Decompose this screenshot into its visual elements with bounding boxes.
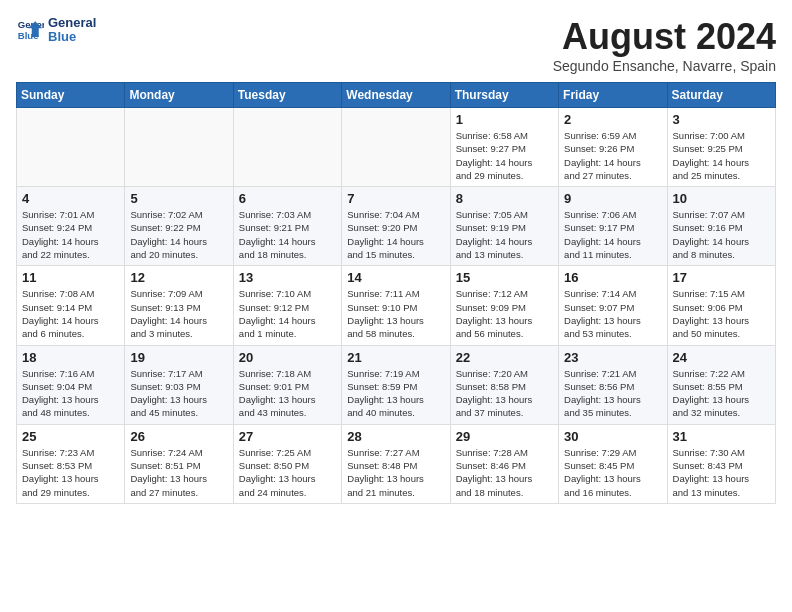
day-info: Sunrise: 6:59 AM Sunset: 9:26 PM Dayligh… xyxy=(564,129,661,182)
page-header: General Blue General Blue August 2024 Se… xyxy=(16,16,776,74)
day-number: 10 xyxy=(673,191,770,206)
day-number: 5 xyxy=(130,191,227,206)
day-number: 11 xyxy=(22,270,119,285)
calendar-cell-25-4-0: 25Sunrise: 7:23 AM Sunset: 8:53 PM Dayli… xyxy=(17,424,125,503)
day-number: 9 xyxy=(564,191,661,206)
calendar-cell-30-4-5: 30Sunrise: 7:29 AM Sunset: 8:45 PM Dayli… xyxy=(559,424,667,503)
svg-text:General: General xyxy=(18,20,44,31)
calendar-cell-empty-0-2 xyxy=(233,108,341,187)
day-number: 26 xyxy=(130,429,227,444)
calendar-cell-12-2-1: 12Sunrise: 7:09 AM Sunset: 9:13 PM Dayli… xyxy=(125,266,233,345)
day-info: Sunrise: 7:22 AM Sunset: 8:55 PM Dayligh… xyxy=(673,367,770,420)
day-info: Sunrise: 7:27 AM Sunset: 8:48 PM Dayligh… xyxy=(347,446,444,499)
calendar-cell-27-4-2: 27Sunrise: 7:25 AM Sunset: 8:50 PM Dayli… xyxy=(233,424,341,503)
calendar-cell-28-4-3: 28Sunrise: 7:27 AM Sunset: 8:48 PM Dayli… xyxy=(342,424,450,503)
weekday-header-tuesday: Tuesday xyxy=(233,83,341,108)
calendar-cell-18-3-0: 18Sunrise: 7:16 AM Sunset: 9:04 PM Dayli… xyxy=(17,345,125,424)
day-info: Sunrise: 7:11 AM Sunset: 9:10 PM Dayligh… xyxy=(347,287,444,340)
calendar-cell-11-2-0: 11Sunrise: 7:08 AM Sunset: 9:14 PM Dayli… xyxy=(17,266,125,345)
day-number: 30 xyxy=(564,429,661,444)
day-number: 16 xyxy=(564,270,661,285)
day-info: Sunrise: 7:16 AM Sunset: 9:04 PM Dayligh… xyxy=(22,367,119,420)
day-info: Sunrise: 7:23 AM Sunset: 8:53 PM Dayligh… xyxy=(22,446,119,499)
month-year-title: August 2024 xyxy=(553,16,776,58)
day-number: 1 xyxy=(456,112,553,127)
title-block: August 2024 Segundo Ensanche, Navarre, S… xyxy=(553,16,776,74)
day-number: 23 xyxy=(564,350,661,365)
calendar-cell-9-1-5: 9Sunrise: 7:06 AM Sunset: 9:17 PM Daylig… xyxy=(559,187,667,266)
weekday-header-wednesday: Wednesday xyxy=(342,83,450,108)
day-info: Sunrise: 7:17 AM Sunset: 9:03 PM Dayligh… xyxy=(130,367,227,420)
location-subtitle: Segundo Ensanche, Navarre, Spain xyxy=(553,58,776,74)
day-info: Sunrise: 7:12 AM Sunset: 9:09 PM Dayligh… xyxy=(456,287,553,340)
day-number: 17 xyxy=(673,270,770,285)
day-info: Sunrise: 7:14 AM Sunset: 9:07 PM Dayligh… xyxy=(564,287,661,340)
day-info: Sunrise: 7:24 AM Sunset: 8:51 PM Dayligh… xyxy=(130,446,227,499)
weekday-header-sunday: Sunday xyxy=(17,83,125,108)
day-info: Sunrise: 7:06 AM Sunset: 9:17 PM Dayligh… xyxy=(564,208,661,261)
day-info: Sunrise: 7:25 AM Sunset: 8:50 PM Dayligh… xyxy=(239,446,336,499)
weekday-header-thursday: Thursday xyxy=(450,83,558,108)
day-info: Sunrise: 7:04 AM Sunset: 9:20 PM Dayligh… xyxy=(347,208,444,261)
calendar-cell-20-3-2: 20Sunrise: 7:18 AM Sunset: 9:01 PM Dayli… xyxy=(233,345,341,424)
day-info: Sunrise: 7:30 AM Sunset: 8:43 PM Dayligh… xyxy=(673,446,770,499)
calendar-cell-14-2-3: 14Sunrise: 7:11 AM Sunset: 9:10 PM Dayli… xyxy=(342,266,450,345)
calendar-cell-15-2-4: 15Sunrise: 7:12 AM Sunset: 9:09 PM Dayli… xyxy=(450,266,558,345)
day-info: Sunrise: 7:29 AM Sunset: 8:45 PM Dayligh… xyxy=(564,446,661,499)
day-info: Sunrise: 7:19 AM Sunset: 8:59 PM Dayligh… xyxy=(347,367,444,420)
calendar-week-1: 1Sunrise: 6:58 AM Sunset: 9:27 PM Daylig… xyxy=(17,108,776,187)
day-number: 28 xyxy=(347,429,444,444)
day-number: 25 xyxy=(22,429,119,444)
calendar-week-4: 18Sunrise: 7:16 AM Sunset: 9:04 PM Dayli… xyxy=(17,345,776,424)
logo: General Blue General Blue xyxy=(16,16,96,45)
day-number: 12 xyxy=(130,270,227,285)
day-number: 19 xyxy=(130,350,227,365)
calendar-cell-23-3-5: 23Sunrise: 7:21 AM Sunset: 8:56 PM Dayli… xyxy=(559,345,667,424)
calendar-cell-4-1-0: 4Sunrise: 7:01 AM Sunset: 9:24 PM Daylig… xyxy=(17,187,125,266)
calendar-cell-3-0-6: 3Sunrise: 7:00 AM Sunset: 9:25 PM Daylig… xyxy=(667,108,775,187)
calendar-week-2: 4Sunrise: 7:01 AM Sunset: 9:24 PM Daylig… xyxy=(17,187,776,266)
calendar-week-3: 11Sunrise: 7:08 AM Sunset: 9:14 PM Dayli… xyxy=(17,266,776,345)
day-info: Sunrise: 7:03 AM Sunset: 9:21 PM Dayligh… xyxy=(239,208,336,261)
calendar-cell-13-2-2: 13Sunrise: 7:10 AM Sunset: 9:12 PM Dayli… xyxy=(233,266,341,345)
calendar-table: SundayMondayTuesdayWednesdayThursdayFrid… xyxy=(16,82,776,504)
logo-line1: General xyxy=(48,16,96,30)
day-number: 22 xyxy=(456,350,553,365)
day-number: 31 xyxy=(673,429,770,444)
calendar-cell-26-4-1: 26Sunrise: 7:24 AM Sunset: 8:51 PM Dayli… xyxy=(125,424,233,503)
calendar-cell-empty-0-3 xyxy=(342,108,450,187)
calendar-cell-5-1-1: 5Sunrise: 7:02 AM Sunset: 9:22 PM Daylig… xyxy=(125,187,233,266)
calendar-cell-22-3-4: 22Sunrise: 7:20 AM Sunset: 8:58 PM Dayli… xyxy=(450,345,558,424)
calendar-cell-8-1-4: 8Sunrise: 7:05 AM Sunset: 9:19 PM Daylig… xyxy=(450,187,558,266)
day-number: 18 xyxy=(22,350,119,365)
calendar-cell-2-0-5: 2Sunrise: 6:59 AM Sunset: 9:26 PM Daylig… xyxy=(559,108,667,187)
calendar-cell-1-0-4: 1Sunrise: 6:58 AM Sunset: 9:27 PM Daylig… xyxy=(450,108,558,187)
calendar-cell-10-1-6: 10Sunrise: 7:07 AM Sunset: 9:16 PM Dayli… xyxy=(667,187,775,266)
day-info: Sunrise: 7:18 AM Sunset: 9:01 PM Dayligh… xyxy=(239,367,336,420)
calendar-cell-19-3-1: 19Sunrise: 7:17 AM Sunset: 9:03 PM Dayli… xyxy=(125,345,233,424)
calendar-cell-6-1-2: 6Sunrise: 7:03 AM Sunset: 9:21 PM Daylig… xyxy=(233,187,341,266)
day-number: 20 xyxy=(239,350,336,365)
calendar-cell-21-3-3: 21Sunrise: 7:19 AM Sunset: 8:59 PM Dayli… xyxy=(342,345,450,424)
day-info: Sunrise: 6:58 AM Sunset: 9:27 PM Dayligh… xyxy=(456,129,553,182)
day-number: 7 xyxy=(347,191,444,206)
day-number: 6 xyxy=(239,191,336,206)
day-info: Sunrise: 7:28 AM Sunset: 8:46 PM Dayligh… xyxy=(456,446,553,499)
day-number: 14 xyxy=(347,270,444,285)
day-number: 21 xyxy=(347,350,444,365)
day-number: 15 xyxy=(456,270,553,285)
day-info: Sunrise: 7:15 AM Sunset: 9:06 PM Dayligh… xyxy=(673,287,770,340)
calendar-cell-31-4-6: 31Sunrise: 7:30 AM Sunset: 8:43 PM Dayli… xyxy=(667,424,775,503)
day-number: 4 xyxy=(22,191,119,206)
day-number: 3 xyxy=(673,112,770,127)
calendar-cell-17-2-6: 17Sunrise: 7:15 AM Sunset: 9:06 PM Dayli… xyxy=(667,266,775,345)
day-number: 8 xyxy=(456,191,553,206)
calendar-cell-7-1-3: 7Sunrise: 7:04 AM Sunset: 9:20 PM Daylig… xyxy=(342,187,450,266)
calendar-week-5: 25Sunrise: 7:23 AM Sunset: 8:53 PM Dayli… xyxy=(17,424,776,503)
calendar-cell-16-2-5: 16Sunrise: 7:14 AM Sunset: 9:07 PM Dayli… xyxy=(559,266,667,345)
calendar-cell-empty-0-0 xyxy=(17,108,125,187)
day-info: Sunrise: 7:02 AM Sunset: 9:22 PM Dayligh… xyxy=(130,208,227,261)
calendar-header-row: SundayMondayTuesdayWednesdayThursdayFrid… xyxy=(17,83,776,108)
day-number: 29 xyxy=(456,429,553,444)
day-info: Sunrise: 7:01 AM Sunset: 9:24 PM Dayligh… xyxy=(22,208,119,261)
